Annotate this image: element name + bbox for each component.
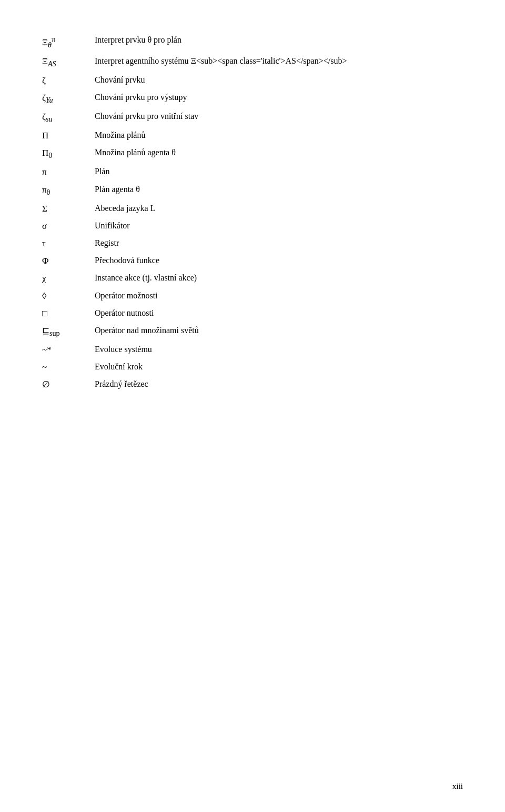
description-cell: Přechodová funkce [95,252,463,269]
description-cell: Plán [95,163,463,181]
description-cell: Registr [95,235,463,252]
page-number: xiii [452,782,463,791]
table-row: τRegistr [42,235,463,252]
description-cell: Chování prvku pro výstupy [95,89,463,108]
table-row: ◊Operátor možnosti [42,287,463,305]
description-cell: Operátor možnosti [95,287,463,305]
notation-table: ΞθπInterpret prvku θ pro plánΞASInterpre… [42,32,463,394]
description-cell: Plán agenta θ [95,181,463,200]
description-cell: Chování prvku [95,72,463,89]
symbol-cell: ΞAS [42,53,95,72]
table-row: ~*Evoluce systému [42,341,463,358]
symbol-cell: τ [42,235,95,252]
table-row: ζsuChování prvku pro vnitřní stav [42,108,463,127]
table-row: ∅Prázdný řetězec [42,376,463,393]
description-cell: Instance akce (tj. vlastní akce) [95,269,463,287]
description-cell: Chování prvku pro vnitřní stav [95,108,463,127]
page-content: ΞθπInterpret prvku θ pro plánΞASInterpre… [0,0,505,425]
table-row: ΞASInterpret agentního systému Ξ<sub><sp… [42,53,463,72]
symbol-cell: ζ [42,72,95,89]
description-cell: Evoluční krok [95,358,463,376]
symbol-cell: Π [42,127,95,144]
symbol-cell: χ [42,269,95,287]
table-row: ⊑supOperátor nad množinami světů [42,322,463,341]
description-cell: Abeceda jazyka L [95,200,463,217]
description-cell: Množina plánů [95,127,463,144]
symbol-cell: Φ [42,252,95,269]
table-row: ζYuChování prvku pro výstupy [42,89,463,108]
symbol-cell: ⊑sup [42,322,95,341]
description-cell: Unifikátor [95,217,463,235]
table-row: πPlán [42,163,463,181]
symbol-cell: ∅ [42,376,95,393]
table-row: □Operátor nutnosti [42,305,463,322]
description-cell: Interpret agentního systému Ξ<sub><span … [95,53,463,72]
symbol-cell: π [42,163,95,181]
description-cell: Interpret prvku θ pro plán [95,32,463,53]
table-row: ΦPřechodová funkce [42,252,463,269]
symbol-cell: ζYu [42,89,95,108]
description-cell: Evoluce systému [95,341,463,358]
table-row: ΠMnožina plánů [42,127,463,144]
description-cell: Prázdný řetězec [95,376,463,393]
table-row: σUnifikátor [42,217,463,235]
symbol-cell: Π0 [42,144,95,163]
symbol-cell: Ξθπ [42,32,95,53]
symbol-cell: ◊ [42,287,95,305]
symbol-cell: σ [42,217,95,235]
table-row: πθPlán agenta θ [42,181,463,200]
symbol-cell: ζsu [42,108,95,127]
table-row: χInstance akce (tj. vlastní akce) [42,269,463,287]
symbol-cell: ~* [42,341,95,358]
symbol-cell: Σ [42,200,95,217]
table-row: Π0Množina plánů agenta θ [42,144,463,163]
description-cell: Množina plánů agenta θ [95,144,463,163]
table-row: ΞθπInterpret prvku θ pro plán [42,32,463,53]
description-cell: Operátor nutnosti [95,305,463,322]
table-row: ~Evoluční krok [42,358,463,376]
symbol-cell: πθ [42,181,95,200]
table-row: ΣAbeceda jazyka L [42,200,463,217]
symbol-cell: □ [42,305,95,322]
description-cell: Operátor nad množinami světů [95,322,463,341]
table-row: ζChování prvku [42,72,463,89]
symbol-cell: ~ [42,358,95,376]
